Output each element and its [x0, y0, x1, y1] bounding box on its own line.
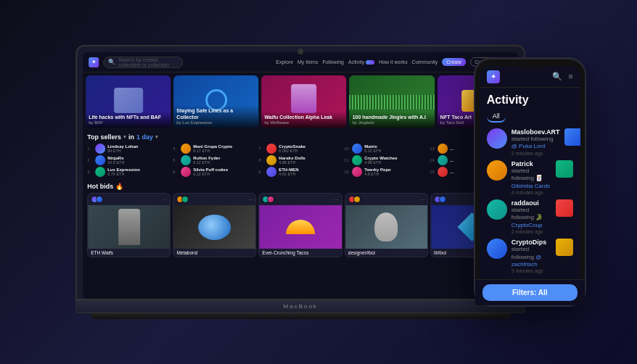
create-button[interactable]: Create — [442, 58, 466, 66]
laptop-camera — [297, 49, 303, 54]
activity-content-3: raddaoui started following 🐊 CryptoCoup … — [511, 199, 551, 234]
laptop: ✦ 🔍 Search by creator, collectible or co… — [75, 45, 525, 319]
seller-avatar-13 — [437, 144, 448, 154]
seller-avatar-2 — [95, 155, 105, 165]
activity-time-3: 2 minutes ago — [511, 229, 551, 234]
activity-item-2: Patrick started following 🃏 Gibimba Card… — [487, 160, 573, 195]
nav-myitems[interactable]: My Items — [297, 59, 318, 65]
laptop-foot — [90, 313, 511, 319]
activity-content-1: Masloboev.ART started following @ Puka L… — [511, 128, 560, 156]
seller-item-2[interactable]: 2 NinjaRx 10.6 ETH — [87, 155, 171, 165]
seller-item-10[interactable]: 10 Matrix 5.22 ETH — [344, 144, 428, 154]
seller-avatar-4 — [181, 144, 191, 154]
seller-price-4: 6.17 ETH — [193, 149, 257, 153]
phone-menu-icon[interactable]: ≡ — [568, 72, 572, 81]
laptop-screen: ✦ 🔍 Search by creator, collectible or co… — [83, 52, 518, 299]
hero-card-2-author: by Lux Expression — [176, 120, 255, 125]
seller-avatar-12 — [352, 167, 362, 177]
activity-thumb-1 — [564, 128, 580, 146]
sellers-col-2: 4 Mani Grupa Crypto 6.17 ETH 5 — [173, 144, 257, 177]
hero-card-1[interactable]: Life hacks with NFTs and BAF by BAF — [86, 75, 170, 128]
nav-activity[interactable]: Activity — [348, 59, 374, 65]
seller-item-7[interactable]: 7 CryptoSnake 6.092 ETH — [258, 144, 342, 154]
hero-card-4[interactable]: 100 handmade Jingles with A.I by Jingled… — [350, 75, 435, 128]
activity-list: Masloboev.ART started following @ Puka L… — [487, 128, 573, 273]
hero-card-2-title: Staying Safe Lines as a Collector — [176, 108, 255, 120]
seller-item-6[interactable]: 6 Silvia Puff cuties 6.12 ETH — [173, 167, 257, 177]
bid-menu-icon-3[interactable]: ··· — [334, 197, 339, 203]
laptop-screen-outer: ✦ 🔍 Search by creator, collectible or co… — [75, 45, 525, 300]
hero-card-2[interactable]: Staying Safe Lines as a Collector by Lux… — [173, 75, 258, 128]
seller-price-6: 6.12 ETH — [193, 172, 257, 176]
seller-item-3[interactable]: 3 Lux Expression 9.75 ETH — [87, 167, 171, 177]
seller-avatar-14 — [437, 155, 448, 165]
bids-grid: ··· ETH Waifs — [87, 193, 514, 257]
seller-price-3: 9.75 ETH — [107, 172, 171, 176]
filter-all-button[interactable]: All — [487, 111, 506, 123]
bid-card-4[interactable]: ··· designer#boi — [345, 193, 428, 257]
search-placeholder: Search by creator, collectible or collec… — [118, 57, 178, 67]
activity-thumb-3 — [556, 199, 573, 217]
hot-bids-section: Hot bids 🔥 ··· — [83, 180, 518, 260]
activity-item-3: raddaoui started following 🐊 CryptoCoup … — [487, 199, 573, 234]
nav-following[interactable]: Following — [322, 59, 344, 65]
bid-card-1[interactable]: ··· ETH Waifs — [87, 193, 170, 257]
seller-avatar-15 — [437, 167, 448, 177]
seller-item-5[interactable]: 5 Rufton Fyder 6.12 ETH — [173, 155, 257, 165]
scene: ✦ 🔍 Search by creator, collectible or co… — [0, 0, 637, 364]
seller-avatar-10 — [352, 144, 362, 154]
activity-desc-1: started following @ Puka Lord — [511, 136, 560, 151]
activity-toggle — [366, 60, 374, 65]
activity-thumb-2 — [556, 160, 573, 178]
activity-section: Activity All Masloboev.ART started follo… — [480, 88, 580, 279]
hero-card-4-title: 100 handmade Jingles with A.I — [353, 115, 432, 120]
activity-filter-row: All — [487, 111, 573, 123]
bid-menu-icon[interactable]: ··· — [163, 197, 168, 203]
top-sellers-title: Top sellers ▾ in 1 day ▾ — [87, 133, 514, 141]
hero-card-3[interactable]: Waifu Collection Alpha Leak by Wolfwave — [262, 75, 347, 128]
activity-item-1: Masloboev.ART started following @ Puka L… — [487, 128, 573, 156]
bid-title-2: Metabond — [173, 249, 255, 257]
activity-thumb-4 — [556, 239, 573, 256]
bid-card-2[interactable]: ··· Metabond — [173, 193, 256, 257]
seller-item-11[interactable]: 11 Crypto Watches 4.98 ETH — [344, 155, 428, 165]
activity-item-4: CryptoDips started following @ zachfrisc… — [487, 239, 573, 273]
seller-item-4[interactable]: 4 Mani Grupa Crypto 6.17 ETH — [173, 144, 257, 154]
phone-nav-icons: 🔍 ≡ — [552, 72, 572, 81]
seller-price-5: 6.12 ETH — [193, 160, 257, 165]
bid-card-3[interactable]: ··· Ever-Crunching Tacos — [259, 193, 342, 257]
seller-avatar-11 — [352, 155, 362, 165]
nav-howworks[interactable]: How it works — [379, 59, 408, 65]
bid-menu-icon-2[interactable]: ··· — [248, 197, 253, 203]
seller-item-8[interactable]: 8 Harako Dolls 4.98 ETH — [258, 155, 342, 165]
nav-community[interactable]: Community — [412, 59, 437, 65]
sellers-col-1: 1 Lindsay Lohan 94 ETH 2 — [87, 144, 171, 177]
hero-card-1-title: Life hacks with NFTs and BAF — [89, 115, 168, 120]
sellers-col-4: 10 Matrix 5.22 ETH 11 — [344, 144, 428, 177]
seller-item-12[interactable]: 12 Twerky Pepo 4.8 ETH — [344, 167, 428, 177]
filters-all-button[interactable]: Filters: All — [482, 284, 578, 298]
hero-card-3-title: Waifu Collection Alpha Leak — [265, 115, 344, 120]
activity-avatar-1 — [487, 128, 507, 149]
activity-avatar-4 — [487, 239, 507, 259]
hero-card-4-author: by Jingledo — [353, 120, 432, 125]
seller-price-1: 94 ETH — [107, 149, 171, 153]
activity-user-1: Masloboev.ART — [511, 128, 560, 136]
sellers-grid: 1 Lindsay Lohan 94 ETH 2 — [87, 144, 514, 177]
nav-explore[interactable]: Explore — [276, 59, 293, 65]
phone-search-icon[interactable]: 🔍 — [552, 72, 562, 81]
bid-title-3: Ever-Crunching Tacos — [260, 249, 342, 257]
phone: ✦ 🔍 ≡ Activity All — [474, 57, 586, 307]
seller-avatar-7 — [266, 144, 276, 154]
nav-search-bar[interactable]: 🔍 Search by creator, collectible or coll… — [103, 57, 183, 68]
seller-avatar-1 — [95, 144, 105, 154]
activity-desc-4: started following @ zachfrisch — [511, 246, 551, 268]
bid-menu-icon-4[interactable]: ··· — [419, 197, 424, 203]
seller-item-9[interactable]: 9 ETH-MEN 4.52 ETH — [258, 167, 342, 177]
phone-footer: Filters: All — [480, 279, 580, 298]
hot-bids-title: Hot bids 🔥 — [87, 183, 514, 190]
seller-item-1[interactable]: 1 Lindsay Lohan 94 ETH — [87, 144, 171, 154]
phone-logo-icon: ✦ — [487, 70, 500, 83]
activity-avatar-3 — [487, 199, 507, 220]
seller-avatar-9 — [266, 167, 276, 177]
